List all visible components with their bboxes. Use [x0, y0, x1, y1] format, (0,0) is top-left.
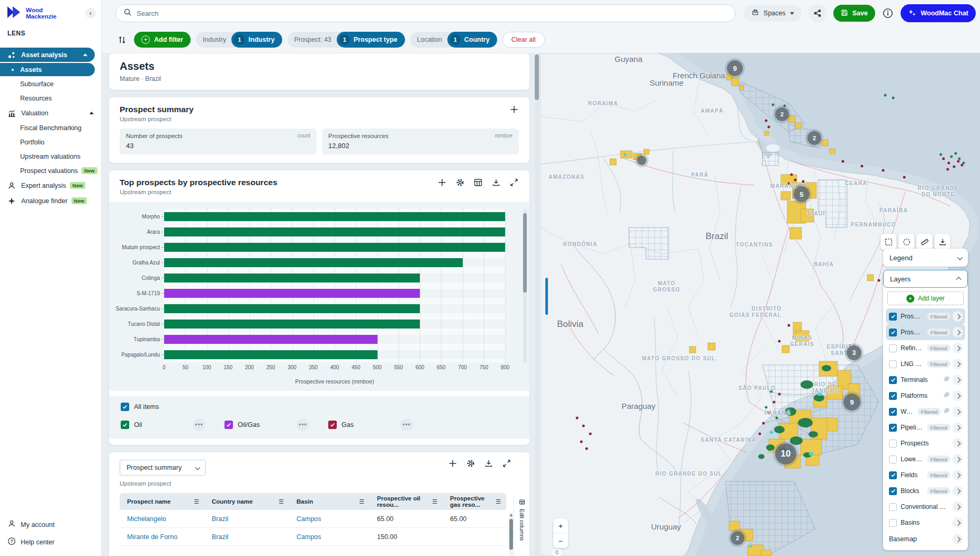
- map-cluster-marker[interactable]: 5: [794, 186, 810, 202]
- woodmac-chat-button[interactable]: WoodMac Chat: [901, 4, 976, 22]
- sidebar-item-fiscal-benchmarking[interactable]: Fiscal Benchmarking: [0, 121, 101, 134]
- table-cell[interactable]: Campos: [289, 510, 370, 527]
- chevron-right-button[interactable]: [952, 422, 963, 433]
- column-menu-icon[interactable]: ☰: [359, 498, 364, 505]
- layer-checkbox[interactable]: [889, 440, 897, 448]
- layer-row-prospects-c-[interactable]: Prospects (C...Filtered: [886, 308, 965, 324]
- table-cell[interactable]: Mirante de Forno: [120, 528, 204, 545]
- layer-checkbox[interactable]: [889, 408, 897, 416]
- lasso-select-button[interactable]: [898, 234, 914, 250]
- zoom-out-button[interactable]: −: [553, 533, 568, 548]
- sidebar-item-valuation[interactable]: Valuation: [0, 106, 101, 120]
- sidebar-item-asset-analysis[interactable]: Asset analysis: [0, 48, 95, 62]
- table-scrollbar[interactable]: ▲: [509, 513, 513, 556]
- map-cluster-marker[interactable]: 2: [775, 107, 789, 121]
- chevron-right-button[interactable]: [952, 470, 963, 480]
- chart-bar-tucano-distal[interactable]: [164, 320, 420, 329]
- chart-table-view-button[interactable]: [473, 178, 483, 187]
- layer-row-prospects[interactable]: Prospects: [886, 435, 965, 451]
- table-expand-button[interactable]: [502, 459, 511, 468]
- info-button[interactable]: [882, 7, 894, 19]
- table-view-select[interactable]: Prospect summary: [120, 460, 206, 476]
- map-cluster-marker[interactable]: 9: [843, 394, 860, 411]
- chevron-right-button[interactable]: [952, 359, 963, 369]
- chart-download-button[interactable]: [491, 178, 501, 187]
- filter-value-pill[interactable]: 1Industry: [231, 32, 282, 48]
- share-button[interactable]: [808, 4, 826, 22]
- layer-checkbox[interactable]: [889, 329, 897, 336]
- chart-bar-tupinamba[interactable]: [164, 335, 377, 344]
- add-table-button[interactable]: [448, 459, 457, 468]
- spaces-button[interactable]: Spaces: [744, 5, 802, 22]
- chevron-right-button[interactable]: [952, 517, 963, 528]
- layer-row-fields[interactable]: FieldsFiltered: [886, 467, 965, 483]
- layer-row-refineries[interactable]: RefineriesFiltered: [886, 340, 965, 356]
- chart-bar-gralha-azul[interactable]: [164, 258, 463, 267]
- layer-row-basins[interactable]: Basins: [886, 515, 965, 531]
- chevron-right-button[interactable]: [952, 390, 963, 401]
- filter-value-pill[interactable]: 1Country: [447, 32, 497, 48]
- table-row[interactable]: MichelangeloBrazilCampos65.0065.00: [120, 510, 506, 528]
- measure-button[interactable]: [916, 234, 932, 250]
- chart-bar-cotinga[interactable]: [164, 274, 420, 282]
- layer-checkbox[interactable]: [889, 360, 897, 368]
- legend-options-button[interactable]: •••: [193, 418, 205, 431]
- chevron-right-button[interactable]: [952, 438, 963, 449]
- chart-expand-button[interactable]: [509, 178, 519, 187]
- filter-settings-button[interactable]: [115, 35, 129, 44]
- chart-scrollbar[interactable]: [523, 209, 527, 362]
- save-button[interactable]: Save: [833, 5, 875, 22]
- add-layer-button[interactable]: + Add layer: [887, 291, 964, 305]
- chevron-right-button[interactable]: [952, 502, 963, 512]
- layer-row-conventional-plays[interactable]: Conventional Plays: [886, 499, 965, 515]
- layer-row-wells[interactable]: WellsFiltered: [886, 404, 965, 420]
- legend-toggle[interactable]: Legend: [883, 249, 968, 267]
- chevron-right-button[interactable]: [952, 327, 963, 338]
- clear-all-filters-button[interactable]: Clear all: [502, 32, 545, 48]
- all-items-checkbox[interactable]: [121, 403, 129, 411]
- table-header-5[interactable]: Prospective gas reso...☰: [443, 493, 506, 510]
- layer-checkbox[interactable]: [889, 455, 897, 463]
- map-panel-handle[interactable]: [545, 278, 548, 315]
- map-cluster-marker[interactable]: 9: [727, 60, 743, 76]
- chart-settings-button[interactable]: [455, 178, 465, 187]
- layer-checkbox[interactable]: [889, 503, 897, 511]
- layer-checkbox[interactable]: [889, 471, 897, 479]
- legend-checkbox[interactable]: [224, 421, 233, 429]
- table-header-4[interactable]: Prospective oil resou...☰: [370, 493, 443, 510]
- map-download-button[interactable]: [934, 234, 950, 250]
- chevron-right-button[interactable]: [952, 454, 963, 464]
- chevron-right-button[interactable]: [952, 343, 963, 353]
- zoom-in-button[interactable]: +: [553, 518, 568, 533]
- table-cell[interactable]: Campos: [289, 528, 370, 545]
- map-cluster-marker[interactable]: 2: [731, 531, 744, 545]
- chevron-right-button[interactable]: [952, 406, 963, 417]
- layer-checkbox[interactable]: [889, 313, 897, 321]
- column-menu-icon[interactable]: ☰: [432, 498, 437, 505]
- map-cluster-marker[interactable]: [637, 156, 646, 165]
- content-scrollbar[interactable]: [535, 53, 540, 556]
- legend-checkbox[interactable]: [121, 421, 129, 429]
- layer-checkbox[interactable]: [889, 344, 897, 352]
- legend-options-button[interactable]: •••: [296, 418, 309, 431]
- search-input[interactable]: Search: [115, 4, 735, 22]
- map[interactable]: GuyanaSurinameFrench GuianaBrazilBolivia…: [540, 53, 980, 556]
- column-menu-icon[interactable]: ☰: [496, 498, 501, 505]
- layer-row-lng-plants[interactable]: LNG plantsFiltered: [886, 356, 965, 372]
- chart-bar-s-m-1719[interactable]: [164, 289, 420, 298]
- layer-row-prospects-p-[interactable]: Prospects (P...Filtered: [886, 324, 965, 340]
- filter-group-country[interactable]: Location1Country: [410, 32, 497, 48]
- chevron-right-button[interactable]: [952, 534, 963, 544]
- table-row[interactable]: Mirante de FornoBrazilCampos150.00: [120, 528, 506, 546]
- layer-row-pipelines[interactable]: PipelinesFiltered: [886, 420, 965, 435]
- layer-checkbox[interactable]: [889, 424, 897, 432]
- filter-value-pill[interactable]: 1Prospect type: [337, 32, 405, 48]
- chart-bar-arara[interactable]: [164, 227, 505, 236]
- table-download-button[interactable]: [484, 459, 493, 468]
- filter-group-industry[interactable]: Industry1Industry: [196, 32, 282, 48]
- chart-bar-saracura-sanhacu[interactable]: [164, 304, 420, 313]
- layer-checkbox[interactable]: [889, 519, 897, 527]
- legend-checkbox[interactable]: [328, 421, 337, 429]
- layers-toggle[interactable]: Layers: [883, 270, 968, 288]
- layer-checkbox[interactable]: [889, 392, 897, 400]
